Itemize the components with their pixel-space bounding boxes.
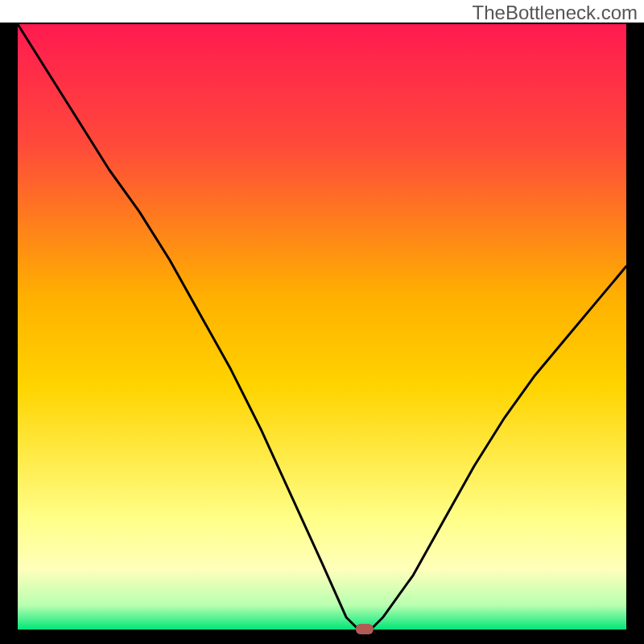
optimum-marker xyxy=(356,624,374,634)
svg-rect-0 xyxy=(0,23,18,644)
svg-rect-1 xyxy=(626,23,644,644)
watermark-text: TheBottleneck.com xyxy=(473,2,638,24)
chart-canvas xyxy=(0,0,644,644)
bottleneck-chart: TheBottleneck.com xyxy=(0,0,644,644)
svg-rect-2 xyxy=(0,630,644,644)
plot-background xyxy=(18,24,626,630)
